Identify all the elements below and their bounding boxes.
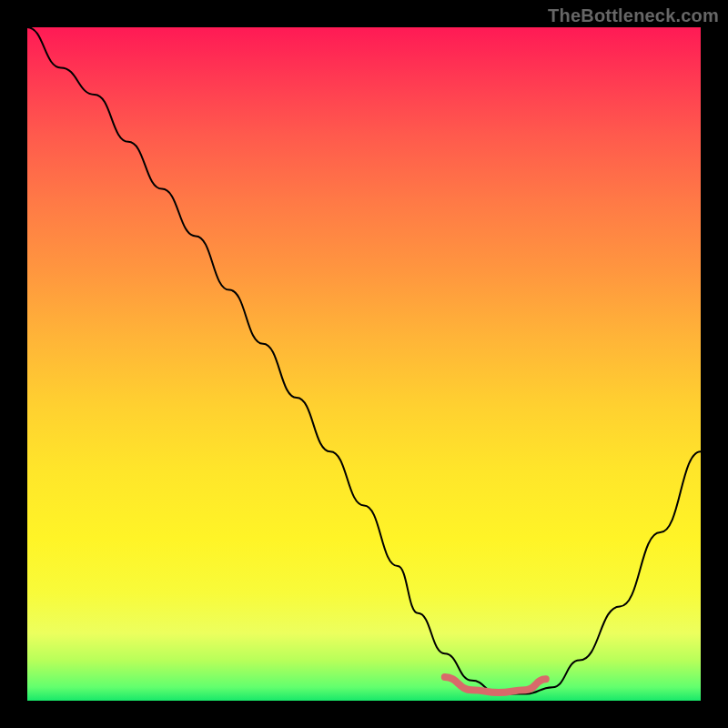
chart-container: TheBottleneck.com — [0, 0, 728, 728]
curve-svg — [27, 27, 701, 701]
optimal-range-highlight — [445, 677, 546, 693]
plot-area — [27, 27, 701, 701]
bottleneck-curve — [27, 27, 701, 694]
watermark-text: TheBottleneck.com — [548, 5, 719, 26]
